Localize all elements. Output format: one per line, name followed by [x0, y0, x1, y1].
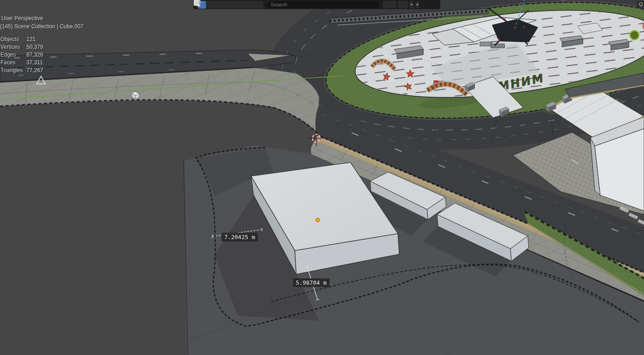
header-right-cluster: ▾ ▾ [383, 1, 419, 8]
stat-row: Faces37,311 [0, 59, 43, 67]
chevron-down-icon: ▾ [417, 3, 419, 7]
stat-row: Triangles77,267 [0, 67, 43, 74]
search-field[interactable] [267, 1, 379, 8]
measure-label-2: 5.98704 m [293, 278, 330, 287]
stat-row: Objects121 [0, 36, 43, 43]
overflow-button[interactable]: Q [637, 1, 644, 8]
editor-header-toolbar: ▾ ▾ [193, 0, 440, 9]
object-origin-dot[interactable] [316, 218, 319, 222]
scene-collection-breadcrumb: (145) Scene Collection | Cube.007 [0, 23, 83, 31]
search-input[interactable] [270, 1, 376, 8]
measure-label-1: 7.20425 m [222, 233, 258, 241]
pie-proportion-icon[interactable] [206, 1, 214, 9]
blender-3d-viewport: ПОМНИМ [0, 0, 644, 355]
stat-row: Vertices50,379 [0, 43, 43, 51]
hierarchy-icon[interactable]: ▾ [409, 1, 414, 8]
tool-icon-group [198, 1, 263, 9]
bookmark-icon[interactable] [398, 1, 408, 8]
clamp-icon[interactable] [247, 1, 255, 9]
stat-row: Edges87,326 [0, 51, 43, 59]
viewport-scene: ПОМНИМ [0, 0, 644, 355]
scene-statistics: Objects121 Vertices50,379 Edges87,326 Fa… [0, 36, 43, 74]
brush-icon[interactable] [231, 1, 239, 9]
chevron-down-icon: ▾ [411, 3, 413, 7]
view-perspective-label: User Perspective [1, 15, 43, 22]
filter-icon[interactable]: ▾ [415, 1, 420, 8]
dropdown-curve-icon[interactable] [383, 1, 397, 8]
force-field-icon[interactable] [222, 1, 231, 9]
plug-icon[interactable] [255, 1, 263, 9]
fluid-drops-icon[interactable] [214, 1, 222, 9]
rigid-body-boxes-icon[interactable] [239, 1, 247, 9]
